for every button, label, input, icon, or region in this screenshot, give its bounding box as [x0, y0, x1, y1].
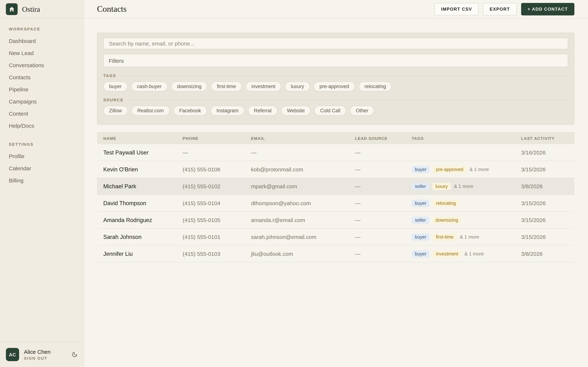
tag-chip-investment[interactable]: investment	[245, 82, 281, 91]
contact-name: Michael Park	[97, 183, 183, 190]
tag-chip-luxury[interactable]: luxury	[285, 82, 310, 91]
table-row[interactable]: Amanda Rodriguez(415) 555-0105amanda.r@e…	[97, 212, 574, 229]
contact-email: kob@protonmail.com	[251, 166, 355, 173]
contacts-table: NAMEPHONEEMAILLEAD SOURCETAGSLAST ACTIVI…	[97, 132, 574, 262]
user-info: Alice Chen SIGN OUT	[24, 349, 51, 360]
moon-icon[interactable]	[72, 351, 78, 358]
brand-name: Ostira	[22, 5, 40, 13]
tag-chip-buyer[interactable]: buyer	[103, 82, 128, 91]
content: Filters TAGS buyercash-buyerdownsizingfi…	[84, 33, 588, 262]
table-row[interactable]: Sarah Johnson(415) 555-0101sarah.johnson…	[97, 229, 574, 246]
add-contact-button[interactable]: + ADD CONTACT	[521, 3, 574, 16]
column-header-email: EMAIL	[251, 136, 355, 140]
contact-email: amanda.r@email.com	[251, 217, 355, 223]
sidebar-item-dashboard[interactable]: Dashboard	[0, 35, 83, 47]
source-section-label: SOURCE	[103, 98, 123, 102]
source-chip-zillow[interactable]: Zillow	[103, 106, 128, 116]
main-area: Contacts IMPORT CSV EXPORT + ADD CONTACT…	[84, 0, 588, 367]
contact-email: jliu@outlook.com	[251, 251, 355, 257]
contact-lead-source: —	[355, 217, 412, 223]
contact-email: sarah.johnson@email.com	[251, 234, 355, 240]
sidebar-item-help-docs[interactable]: Help/Docs	[0, 120, 83, 132]
contact-phone: (415) 555-0101	[183, 234, 251, 240]
sidebar-item-billing[interactable]: Billing	[0, 174, 83, 186]
sidebar-item-content[interactable]: Content	[0, 108, 83, 120]
tag-filter-chips: buyercash-buyerdownsizingfirst-timeinves…	[103, 82, 568, 91]
source-chip-facebook[interactable]: Facebook	[173, 106, 207, 116]
contact-lead-source: —	[355, 200, 412, 206]
source-chip-instagram[interactable]: Instagram	[211, 106, 244, 116]
app-root: Ostira WORKSPACE DashboardNew LeadConver…	[0, 0, 588, 367]
contact-email: dthompson@yahoo.com	[251, 200, 355, 206]
import-csv-button[interactable]: IMPORT CSV	[434, 3, 479, 16]
tag-chip-first-time[interactable]: first-time	[211, 82, 242, 91]
brand-logo[interactable]: Ostira	[0, 0, 83, 19]
column-header-lead-source: LEAD SOURCE	[355, 136, 412, 140]
avatar: AC	[6, 348, 19, 361]
source-section-header: SOURCE	[103, 98, 568, 102]
sidebar: Ostira WORKSPACE DashboardNew LeadConver…	[0, 0, 84, 367]
source-chip-referral[interactable]: Referral	[248, 106, 277, 116]
tag-badge-luxury: luxury	[432, 183, 451, 190]
contact-lead-source: —	[355, 149, 412, 156]
table-row[interactable]: Michael Park(415) 555-0102mpark@gmail.co…	[97, 178, 574, 195]
tag-badge-first-time: first-time	[433, 233, 457, 241]
contact-tags: buyerinvestment& 1 more	[412, 250, 521, 258]
tag-chip-cash-buyer[interactable]: cash-buyer	[131, 82, 168, 91]
contact-name: Sarah Johnson	[97, 234, 183, 240]
sidebar-item-pipeline[interactable]: Pipeline	[0, 83, 83, 95]
table-body: Test Paywall User———3/16/2026Kevin O'Bri…	[97, 144, 574, 262]
table-row[interactable]: David Thompson(415) 555-0104dthompson@ya…	[97, 195, 574, 212]
source-filter-chips: ZillowRealtor.comFacebookInstagramReferr…	[103, 106, 568, 116]
page-header: Contacts IMPORT CSV EXPORT + ADD CONTACT	[84, 0, 588, 19]
source-chip-website[interactable]: Website	[281, 106, 311, 116]
divider	[127, 100, 568, 100]
user-footer: AC Alice Chen SIGN OUT	[0, 342, 83, 367]
column-header-phone: PHONE	[183, 136, 251, 140]
tag-chip-relocating[interactable]: relocating	[358, 82, 392, 91]
filters-label: Filters	[109, 58, 124, 64]
contact-last-activity: 3/16/2026	[521, 149, 574, 156]
table-header-row: NAMEPHONEEMAILLEAD SOURCETAGSLAST ACTIVI…	[97, 132, 574, 144]
tag-chip-pre-approved[interactable]: pre-approved	[314, 82, 355, 91]
sidebar-item-contacts[interactable]: Contacts	[0, 71, 83, 83]
header-actions: IMPORT CSV EXPORT + ADD CONTACT	[434, 3, 574, 16]
sidebar-item-campaigns[interactable]: Campaigns	[0, 95, 83, 108]
contact-tags: sellerluxury& 1 more	[412, 183, 521, 190]
table-row[interactable]: Jennifer Liu(415) 555-0103jliu@outlook.c…	[97, 246, 574, 262]
table-row[interactable]: Kevin O'Brien(415) 555-0106kob@protonmai…	[97, 161, 574, 178]
filter-panel: Filters TAGS buyercash-buyerdownsizingfi…	[97, 33, 574, 125]
sign-out-button[interactable]: SIGN OUT	[24, 356, 51, 360]
tag-badge-downsizing: downsizing	[432, 216, 462, 224]
sidebar-item-new-lead[interactable]: New Lead	[0, 47, 83, 59]
tag-badge-investment: investment	[433, 250, 462, 258]
search-input[interactable]	[103, 38, 568, 49]
tag-badge-buyer: buyer	[412, 250, 430, 258]
more-tags-label: & 1 more	[460, 234, 479, 240]
column-header-name: NAME	[97, 136, 183, 140]
house-icon	[6, 3, 18, 15]
more-tags-label: & 1 more	[454, 184, 473, 189]
user-name: Alice Chen	[24, 349, 51, 355]
tags-section-header: TAGS	[103, 73, 568, 78]
contact-lead-source: —	[355, 166, 412, 173]
source-chip-realtor-com[interactable]: Realtor.com	[131, 106, 170, 116]
page-title: Contacts	[97, 4, 127, 14]
table-row[interactable]: Test Paywall User———3/16/2026	[97, 144, 574, 161]
export-button[interactable]: EXPORT	[483, 3, 517, 16]
sidebar-item-profile[interactable]: Profile	[0, 150, 83, 162]
source-chip-cold-call[interactable]: Cold Call	[314, 106, 346, 116]
source-chip-other[interactable]: Other	[350, 106, 374, 116]
filters-toggle[interactable]: Filters	[103, 54, 568, 67]
tag-badge-seller: seller	[412, 216, 429, 224]
contact-name: Jennifer Liu	[97, 250, 183, 257]
sidebar-item-conversations[interactable]: Conversations	[0, 59, 83, 71]
contact-phone: (415) 555-0106	[183, 166, 251, 173]
column-header-last-activity: LAST ACTIVITY	[521, 136, 574, 140]
contact-tags: buyerrelocating	[412, 200, 521, 207]
contact-email: mpark@gmail.com	[251, 183, 355, 189]
sidebar-item-calendar[interactable]: Calendar	[0, 162, 83, 174]
contact-name: Amanda Rodriguez	[97, 217, 183, 223]
tag-chip-downsizing[interactable]: downsizing	[171, 82, 208, 91]
contact-last-activity: 3/8/2026	[521, 251, 574, 257]
